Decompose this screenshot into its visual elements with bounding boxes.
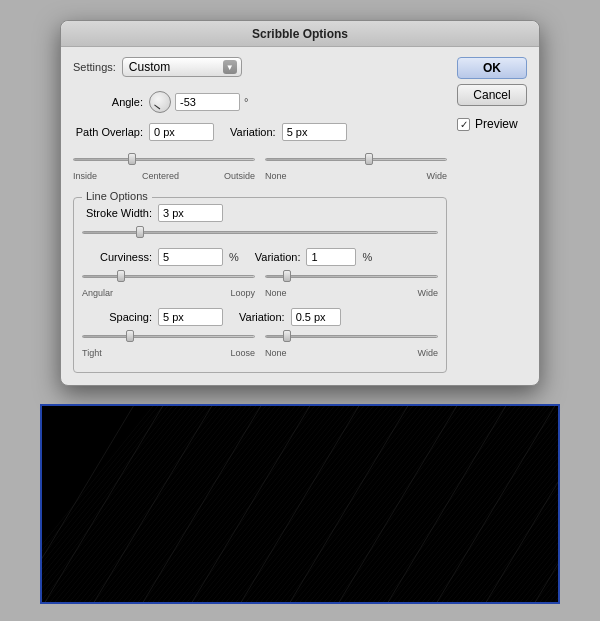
- preview-checkbox[interactable]: ✓: [457, 118, 470, 131]
- variation-overlap-slider-labels: None Wide: [265, 171, 447, 181]
- vc-label-wide: Wide: [417, 288, 438, 298]
- stroke-width-slider[interactable]: [82, 224, 438, 240]
- variation-overlap-slider-row: [265, 151, 447, 167]
- angle-dial[interactable]: [149, 91, 171, 113]
- stroke-width-row: Stroke Width:: [82, 204, 438, 222]
- svg-line-1: [42, 406, 202, 602]
- curviness-slider[interactable]: [82, 268, 255, 284]
- variation-spacing-label: Variation:: [239, 311, 285, 323]
- line-options-label: Line Options: [82, 190, 152, 202]
- spacing-row: Spacing: Variation:: [82, 308, 438, 326]
- spacing-input[interactable]: [158, 308, 223, 326]
- vo-label-wide: Wide: [426, 171, 447, 181]
- settings-dropdown-value: Custom: [129, 60, 219, 74]
- s-label-loose: Loose: [230, 348, 255, 358]
- curviness-slider-row: [82, 268, 255, 284]
- po-label-outside: Outside: [224, 171, 255, 181]
- scribble-options-dialog: Scribble Options Settings: Custom ▼ Angl…: [60, 20, 540, 386]
- path-overlap-track: [73, 158, 255, 161]
- curviness-unit: %: [229, 251, 239, 263]
- variation-overlap-thumb[interactable]: [365, 153, 373, 165]
- svg-line-115: [42, 406, 163, 602]
- variation-curviness-slider[interactable]: [265, 268, 438, 284]
- variation-spacing-slider[interactable]: [265, 328, 438, 344]
- spacing-slider[interactable]: [82, 328, 255, 344]
- stroke-width-input[interactable]: [158, 204, 223, 222]
- preview-label: Preview: [475, 117, 518, 131]
- variation-overlap-track: [265, 158, 447, 161]
- stroke-width-thumb[interactable]: [136, 226, 144, 238]
- variation-curviness-label: Variation:: [255, 251, 301, 263]
- variation-overlap-slider[interactable]: [265, 151, 447, 167]
- dialog-main: Settings: Custom ▼ Angle: °: [73, 57, 447, 373]
- svg-line-57: [555, 406, 558, 602]
- svg-line-47: [457, 406, 558, 602]
- curviness-input[interactable]: [158, 248, 223, 266]
- variation-spacing-input[interactable]: [291, 308, 341, 326]
- path-overlap-slider-labels: Inside Centered Outside: [73, 171, 255, 181]
- ok-button[interactable]: OK: [457, 57, 527, 79]
- angle-row: Angle: °: [73, 91, 447, 113]
- path-overlap-slider[interactable]: [73, 151, 255, 167]
- vc-label-none: None: [265, 288, 287, 298]
- spacing-thumb[interactable]: [126, 330, 134, 342]
- po-label-centered: Centered: [142, 171, 179, 181]
- variation-curviness-slider-row: [265, 268, 438, 284]
- variation-curviness-slider-labels: None Wide: [265, 288, 438, 298]
- dialog-body: Settings: Custom ▼ Angle: °: [61, 47, 539, 385]
- curviness-row: Curviness: % Variation: %: [82, 248, 438, 266]
- path-overlap-input[interactable]: [149, 123, 214, 141]
- spacing-track: [82, 335, 255, 338]
- s-label-tight: Tight: [82, 348, 102, 358]
- dropdown-arrow-icon: ▼: [223, 60, 237, 74]
- curviness-slider-labels: Angular Loopy: [82, 288, 255, 298]
- c-label-loopy: Loopy: [230, 288, 255, 298]
- spacing-slider-row: [82, 328, 255, 344]
- cancel-button[interactable]: Cancel: [457, 84, 527, 106]
- page-wrapper: Scribble Options Settings: Custom ▼ Angl…: [0, 0, 600, 621]
- stroke-width-label: Stroke Width:: [82, 207, 152, 219]
- preview-checkbox-label[interactable]: ✓ Preview: [457, 117, 527, 131]
- variation-overlap-input[interactable]: [282, 123, 347, 141]
- c-label-angular: Angular: [82, 288, 113, 298]
- angle-unit: °: [244, 96, 248, 108]
- angle-input[interactable]: [175, 93, 240, 111]
- variation-curviness-thumb[interactable]: [283, 270, 291, 282]
- svg-line-0: [42, 406, 192, 602]
- variation-spacing-thumb[interactable]: [283, 330, 291, 342]
- variation-spacing-slider-labels: None Wide: [265, 348, 438, 358]
- settings-label: Settings:: [73, 61, 116, 73]
- spacing-label: Spacing:: [82, 311, 152, 323]
- po-label-inside: Inside: [73, 171, 97, 181]
- dialog-buttons: OK Cancel ✓ Preview: [457, 57, 527, 373]
- variation-curviness-track: [265, 275, 438, 278]
- curviness-label: Curviness:: [82, 251, 152, 263]
- stroke-width-slider-row: [82, 224, 438, 240]
- variation-curviness-input[interactable]: [306, 248, 356, 266]
- angle-label: Angle:: [73, 96, 143, 108]
- path-overlap-label: Path Overlap:: [73, 126, 143, 138]
- curviness-track: [82, 275, 255, 278]
- spacing-slider-labels: Tight Loose: [82, 348, 255, 358]
- preview-row: ✓ Preview: [457, 117, 527, 131]
- variation-overlap-label: Variation:: [230, 126, 276, 138]
- stroke-width-track: [82, 231, 438, 234]
- dialog-title: Scribble Options: [61, 21, 539, 47]
- path-overlap-row: Path Overlap: Variation:: [73, 123, 447, 141]
- path-overlap-thumb[interactable]: [128, 153, 136, 165]
- path-overlap-slider-row: [73, 151, 255, 167]
- vo-label-none: None: [265, 171, 287, 181]
- vs-label-none: None: [265, 348, 287, 358]
- scribble-svg: [42, 406, 558, 602]
- curviness-thumb[interactable]: [117, 270, 125, 282]
- settings-dropdown[interactable]: Custom ▼: [122, 57, 242, 77]
- variation-spacing-track: [265, 335, 438, 338]
- angle-control: °: [149, 91, 248, 113]
- preview-canvas: [40, 404, 560, 604]
- line-options-section: Line Options Stroke Width:: [73, 197, 447, 373]
- variation-curviness-unit: %: [362, 251, 372, 263]
- settings-row: Settings: Custom ▼: [73, 57, 447, 77]
- vs-label-wide: Wide: [417, 348, 438, 358]
- variation-spacing-slider-row: [265, 328, 438, 344]
